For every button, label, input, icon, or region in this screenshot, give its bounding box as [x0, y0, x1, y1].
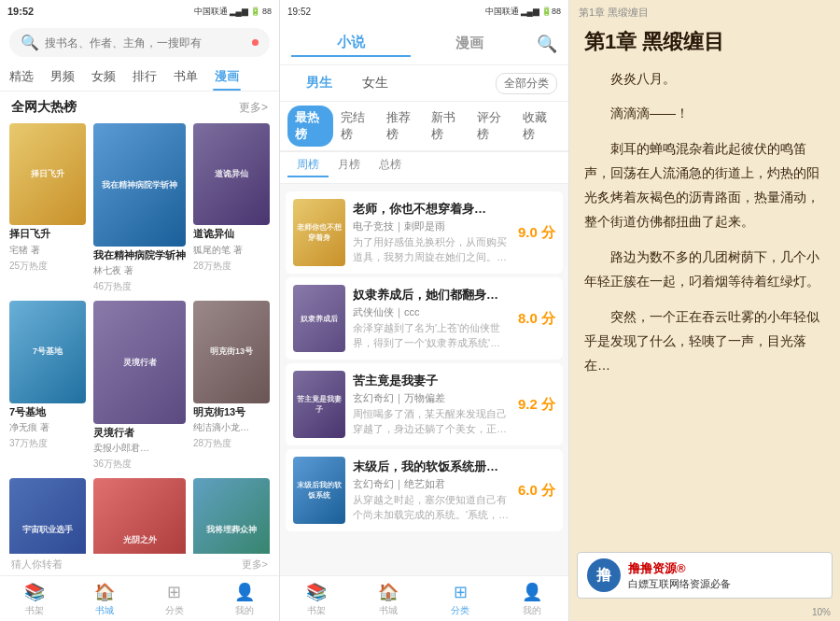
nav-jingxuan[interactable]: 精选 [7, 63, 35, 91]
bookshelf-label: 书架 [25, 604, 44, 617]
p2-bookstore-icon: 🏠 [378, 582, 399, 602]
rank-tab-hot[interactable]: 最热榜 [287, 106, 333, 147]
signal-icon: 中国联通 [194, 6, 228, 18]
list-score-0: 9.0 分 [518, 224, 555, 242]
signal-icon-2: 中国联通 [485, 6, 519, 18]
nav-paihang[interactable]: 排行 [131, 63, 159, 91]
list-item[interactable]: 我在精神病院学斩神 我在精神病院学斩神 林七夜 著 46万热度 [93, 123, 186, 293]
bookshelf-icon: 📚 [24, 582, 45, 602]
period-month[interactable]: 月榜 [329, 154, 370, 177]
list-score-3: 6.0 分 [518, 482, 555, 500]
book-author-5: 纯洁滴小龙… [193, 421, 270, 434]
search-input[interactable] [45, 36, 246, 49]
rank-tab-recommend[interactable]: 推荐榜 [379, 106, 425, 147]
rank-tab-finish[interactable]: 完结榜 [333, 106, 379, 147]
nav-nvpin[interactable]: 女频 [90, 63, 118, 91]
time-1: 19:52 [7, 6, 34, 17]
list-title-2: 苦主竟是我妻子 [353, 373, 511, 389]
book-title-5: 明克街13号 [193, 406, 270, 418]
nav-shudang[interactable]: 书单 [172, 63, 200, 91]
list-item[interactable]: 明克街13号 明克街13号 纯洁滴小龙… 28万热度 [193, 301, 270, 471]
recommend-more[interactable]: 更多> [242, 557, 268, 572]
nav-mine[interactable]: 👤 我的 [209, 582, 279, 617]
rank-tab-score[interactable]: 评分榜 [469, 106, 515, 147]
watermark-big-text: 撸撸资源® [628, 560, 731, 577]
list-cover-0: 老师你也不想穿着身 [293, 199, 345, 266]
list-item[interactable]: 灵境行者 灵境行者 卖报小郎君… 36万热度 [93, 301, 186, 471]
list-item[interactable]: 道诡异仙 道诡异仙 狐尾的笔 著 28万热度 [193, 123, 270, 293]
p2-mine-icon: 👤 [522, 582, 542, 602]
rank-tab-new[interactable]: 新书榜 [424, 106, 469, 147]
nav-bookshelf[interactable]: 📚 书架 [0, 582, 70, 617]
nav-manhua[interactable]: 漫画 [213, 63, 241, 91]
progress-percent: 10% [812, 607, 831, 617]
list-author-1: 武侠仙侠｜ccc [353, 305, 511, 319]
list-item[interactable]: 宇宙职业选手 宇宙职业选手 我吃西红柿… 29万热度 [9, 478, 86, 554]
p2-nav-category[interactable]: ⊞ 分类 [425, 582, 497, 617]
book-title-0: 择日飞升 [9, 228, 86, 240]
book-cover-6: 宇宙职业选手 [9, 478, 86, 554]
time-2: 19:52 [287, 7, 311, 17]
book-heat-1: 46万热度 [93, 280, 186, 293]
panel-bookstore: 19:52 中国联通 ▂▄▆ 🔋 88 🔍 精选 男频 女频 排行 书单 漫画 … [0, 0, 280, 621]
nav-bookstore[interactable]: 🏠 书城 [70, 582, 140, 617]
list-author-3: 玄幻奇幻｜绝艺如君 [353, 477, 511, 491]
tab-novel[interactable]: 小说 [291, 30, 411, 57]
list-cover-1: 奴隶养成后 [293, 285, 345, 352]
gender-male[interactable]: 男生 [291, 71, 347, 95]
nav-nanpin[interactable]: 男频 [49, 63, 77, 91]
book-heat-0: 25万热度 [9, 260, 86, 273]
paragraph-1: 滴滴滴——！ [584, 102, 825, 126]
list-cover-3: 末级后我的软饭系统 [293, 457, 345, 524]
all-category-btn[interactable]: 全部分类 [496, 73, 557, 94]
book-heat-5: 28万热度 [193, 437, 270, 450]
watermark-banner: 撸 撸撸资源® 白嫖互联网络资源必备 [577, 552, 833, 599]
watermark-sub-text: 白嫖互联网络资源必备 [628, 577, 731, 591]
search-icon-2[interactable]: 🔍 [537, 34, 557, 54]
rank-tab-collect[interactable]: 收藏榜 [515, 106, 561, 147]
book-heat-3: 37万热度 [9, 437, 86, 450]
list-item[interactable]: 7号基地 7号基地 净无痕 著 37万热度 [9, 301, 86, 471]
ranked-book-list: 老师你也不想穿着身 老师，你也不想穿着身… 电子竞技｜刺即是雨 为了用好感值兑换… [280, 184, 568, 575]
list-item[interactable]: 我将埋葬众神 我将埋葬众神 见异思剑 著 31万热度 [193, 478, 270, 554]
gender-female[interactable]: 女生 [347, 71, 403, 95]
book-cover-8: 我将埋葬众神 [193, 478, 270, 554]
list-item[interactable]: 老师你也不想穿着身 老师，你也不想穿着身… 电子竞技｜刺即是雨 为了用好感值兑换… [286, 191, 563, 274]
wifi-icon: ▂▄▆ [230, 7, 248, 16]
list-item[interactable]: 择日飞升 择日飞升 宅猪 著 25万热度 [9, 123, 86, 293]
period-week[interactable]: 周榜 [287, 154, 329, 177]
book-cover-2: 道诡异仙 [193, 123, 270, 225]
list-desc-2: 周恒喝多了酒，某天醒来发现自己穿越了，身边还躺了个美女，正当万年单身汉恒恒慈快… [353, 407, 511, 436]
reader-content: 炎炎八月。 滴滴滴——！ 刺耳的蝉鸣混杂着此起彼伏的鸣笛声，回荡在人流涌急的街道… [569, 60, 840, 548]
list-score-1: 8.0 分 [518, 310, 555, 328]
list-score-2: 9.2 分 [518, 396, 555, 414]
p2-nav-bookshelf[interactable]: 📚 书架 [280, 582, 352, 617]
period-all[interactable]: 总榜 [370, 154, 411, 177]
book-cover-7: 光阴之外 [93, 478, 186, 554]
main-nav: 精选 男频 女频 排行 书单 漫画 [0, 63, 279, 92]
rank-tabs: 最热榜 完结榜 推荐榜 新书榜 评分榜 收藏榜 [280, 102, 568, 152]
chapter-title: 第1章 黑缎缠目 [569, 21, 840, 60]
list-item[interactable]: 末级后我的软饭系统 末级后，我的软饭系统册… 玄幻奇幻｜绝艺如君 从穿越之时起，… [286, 449, 563, 531]
status-icons-1: 中国联通 ▂▄▆ 🔋 88 [194, 6, 272, 18]
list-item[interactable]: 奴隶养成后 奴隶养成后，她们都翻身… 武侠仙侠｜ccc 余泽穿越到了名为'上苍'… [286, 277, 563, 360]
category-icon: ⊞ [167, 582, 181, 602]
reader-breadcrumb: 第1章 黑缎缠目 [569, 0, 840, 21]
search-bar[interactable]: 🔍 [9, 28, 270, 57]
nav-category[interactable]: ⊞ 分类 [140, 582, 210, 617]
list-item[interactable]: 苦主竟是我妻子 苦主竟是我妻子 玄幻奇幻｜万物偏差 周恒喝多了酒，某天醒来发现自… [286, 363, 563, 445]
p2-nav-bookstore[interactable]: 🏠 书城 [352, 582, 424, 617]
paragraph-3: 路边为数不多的几团树荫下，几个小年轻正簇在一起，叼着烟等待着红绿灯。 [584, 246, 825, 294]
tab-comic[interactable]: 漫画 [411, 31, 530, 56]
mine-icon: 👤 [234, 582, 255, 602]
more-link[interactable]: 更多> [239, 100, 268, 116]
panel-reader: 第1章 黑缎缠目 第1章 黑缎缠目 炎炎八月。 滴滴滴——！ 刺耳的蝉鸣混杂着此… [569, 0, 840, 621]
list-desc-0: 为了用好感值兑换积分，从而购买道具，我努力周旋在她们之间。明明始终将求压在制在… [353, 235, 511, 264]
watermark-text: 撸撸资源® 白嫖互联网络资源必备 [628, 560, 731, 591]
list-title-3: 末级后，我的软饭系统册… [353, 459, 511, 475]
p2-category-label: 分类 [451, 604, 469, 617]
p2-nav-mine[interactable]: 👤 我的 [497, 582, 568, 617]
list-author-2: 玄幻奇幻｜万物偏差 [353, 391, 511, 405]
battery-icon-2: 🔋88 [541, 7, 561, 16]
list-item[interactable]: 光阴之外 光阴之外 耳根 著 38万热度 [93, 478, 186, 554]
